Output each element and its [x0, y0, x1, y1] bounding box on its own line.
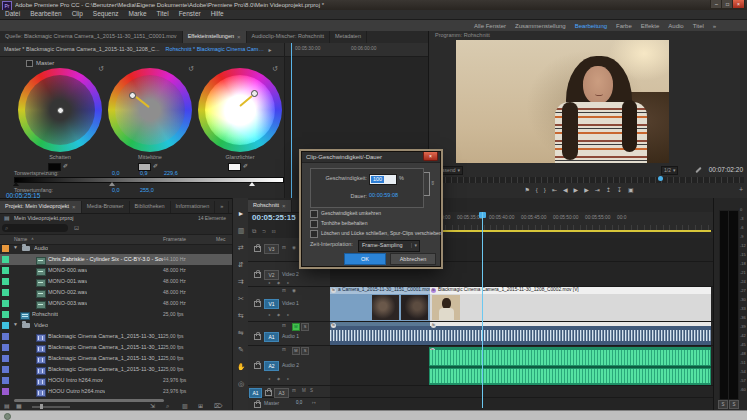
- tab-program[interactable]: Programm: Rohschnitt: [435, 33, 490, 39]
- track-target-v1[interactable]: V1: [264, 299, 279, 309]
- highlights-swatch[interactable]: [228, 163, 241, 171]
- dialog-close-button[interactable]: ×: [423, 152, 438, 161]
- item-name[interactable]: MONO-001.wav: [48, 279, 87, 285]
- slide-tool-icon[interactable]: ⇋: [233, 329, 249, 336]
- highlights-color-wheel[interactable]: [198, 68, 282, 152]
- project-row-audio[interactable]: Chris Zabriskie - Cylinder Six - CC-BY-3…: [0, 254, 232, 265]
- master-volume-value[interactable]: 0,0: [296, 401, 302, 406]
- step-forward-icon[interactable]: ▶: [584, 187, 589, 193]
- label-color-swatch[interactable]: [2, 366, 9, 373]
- label-color-swatch[interactable]: [2, 278, 9, 285]
- menu-sequenz[interactable]: Sequenz: [93, 11, 119, 18]
- lock-icon[interactable]: [254, 301, 261, 307]
- lock-icon[interactable]: [254, 272, 261, 278]
- sync-lock-icon[interactable]: ⊟: [282, 324, 286, 329]
- shadows-color-wheel[interactable]: [18, 68, 102, 152]
- go-to-out-icon[interactable]: ⇥: [595, 187, 600, 193]
- zoom-slider[interactable]: [32, 406, 70, 408]
- track-header-a1[interactable]: ⊟ M S A1 Audio 1: [248, 322, 330, 346]
- column-media[interactable]: Mec: [216, 237, 225, 242]
- item-name[interactable]: Blackmagic Cinema Camera_1_2015-11-30_12…: [48, 367, 163, 373]
- mute-button[interactable]: M: [292, 347, 300, 355]
- keyframe-nav[interactable]: ◂ ◆ ▸: [268, 281, 292, 285]
- tab-libraries[interactable]: Bibliotheken: [130, 201, 171, 213]
- menu-clip[interactable]: Clip: [72, 11, 83, 18]
- menu-marke[interactable]: Marke: [129, 11, 147, 18]
- reset-icon[interactable]: ↺: [188, 65, 194, 72]
- chevron-right-icon[interactable]: ▸: [266, 47, 272, 53]
- mute-button[interactable]: M: [302, 389, 306, 394]
- tab-project[interactable]: Projekt: Mein Videoprojekt×: [0, 201, 82, 213]
- track-header-master[interactable]: Master 0,0 ↦: [248, 398, 330, 410]
- project-row-folder[interactable]: ▼Audio: [0, 243, 232, 254]
- step-back-icon[interactable]: ◀: [563, 187, 568, 193]
- tab-source[interactable]: Quelle: Blackmagic Cinema Camera_1_2015-…: [0, 31, 183, 43]
- find-icon[interactable]: ⌕: [166, 403, 169, 409]
- play-icon[interactable]: ▶: [574, 187, 579, 193]
- track-header-a3[interactable]: A1 A3 ⊟ M S: [248, 386, 330, 398]
- button-editor-icon[interactable]: +: [739, 186, 743, 193]
- eyedropper-icon[interactable]: ✐: [243, 163, 248, 169]
- linked-selection-icon[interactable]: ⊃: [262, 228, 272, 234]
- solo-button[interactable]: S: [301, 323, 309, 331]
- item-name[interactable]: Blackmagic Cinema Camera_1_2015-11-30_12…: [48, 356, 163, 362]
- label-color-swatch[interactable]: [2, 245, 9, 252]
- solo-button[interactable]: S: [301, 347, 309, 355]
- master-clip-selector[interactable]: Master * Blackmagic Cinema Camera_1_2015…: [0, 47, 160, 53]
- label-color-swatch[interactable]: [2, 388, 9, 395]
- item-name[interactable]: Chris Zabriskie - Cylinder Six - CC-BY-3…: [48, 257, 163, 263]
- link-icon[interactable]: ∞: [430, 181, 436, 185]
- clip-video-1[interactable]: a Camera_1_2015-11-30_1151_C0001.mov [V]…: [330, 287, 430, 321]
- program-playhead[interactable]: [658, 176, 663, 181]
- clip-audio-2-selected[interactable]: fx: [430, 322, 711, 345]
- workspace-item-titel[interactable]: Titel: [693, 23, 704, 29]
- item-name[interactable]: Rohschnitt: [32, 312, 58, 318]
- automate-to-sequence-icon[interactable]: ⇲: [150, 403, 155, 409]
- speed-value[interactable]: 100: [371, 176, 384, 183]
- label-color-swatch[interactable]: [2, 333, 9, 340]
- item-name[interactable]: Blackmagic Cinema Camera_1_2015-11-30_12…: [48, 345, 163, 351]
- sync-lock-icon[interactable]: ⊟: [282, 348, 286, 353]
- track-header-v1[interactable]: ⊟ ◉ V1 Video 1 ◂ ◆ ▸: [248, 287, 330, 322]
- workspace-item-zusammenstellung[interactable]: Zusammenstellung: [515, 23, 566, 29]
- tonal-value[interactable]: 0,0: [112, 188, 120, 194]
- razor-tool-icon[interactable]: ✂: [233, 295, 249, 302]
- close-button[interactable]: ×: [732, 0, 745, 9]
- slider-handle-black[interactable]: [13, 182, 19, 186]
- label-color-swatch[interactable]: [2, 377, 9, 384]
- dialog-title[interactable]: Clip-Geschwindigkeit/-Dauer: [302, 152, 440, 163]
- track-target-v2[interactable]: V2: [264, 270, 279, 280]
- project-row-video[interactable]: Blackmagic Cinema Camera_1_2015-11-30_12…: [0, 364, 232, 375]
- tonal-value[interactable]: 229,6: [164, 171, 178, 177]
- workspace-item-audio[interactable]: Audio: [668, 23, 683, 29]
- toggle-output-icon[interactable]: ◉: [292, 289, 296, 294]
- master-effect-checkbox[interactable]: [26, 60, 33, 67]
- tab-sequence-rohschnitt[interactable]: Rohschnitt×: [248, 200, 292, 212]
- disclosure-icon[interactable]: ▼: [13, 322, 18, 327]
- project-row-audio[interactable]: MONO-003.wav48.000 Hz: [0, 298, 232, 309]
- selection-tool-icon[interactable]: ►: [233, 210, 249, 217]
- checkbox[interactable]: [310, 210, 318, 218]
- item-name[interactable]: MONO-002.wav: [48, 290, 87, 296]
- lock-icon[interactable]: [254, 246, 261, 252]
- source-patch-a1[interactable]: A1: [249, 388, 262, 398]
- eyedropper-icon[interactable]: ✐: [153, 163, 158, 169]
- tonal-value[interactable]: 0,9: [140, 171, 148, 177]
- new-bin-icon[interactable]: ▥: [182, 403, 188, 409]
- project-row-video[interactable]: HOOU Intro h264.mov23,976 fps: [0, 375, 232, 386]
- lift-icon[interactable]: ↥: [606, 187, 611, 193]
- label-color-swatch[interactable]: [2, 322, 9, 329]
- sync-lock-icon[interactable]: ⊟: [282, 289, 286, 294]
- go-to-in-icon[interactable]: ⇤: [552, 187, 557, 193]
- disclosure-icon[interactable]: ▼: [13, 245, 18, 250]
- wrench-icon[interactable]: [695, 167, 701, 173]
- track-v1-content[interactable]: a Camera_1_2015-11-30_1151_C0001.mov [V]…: [330, 287, 713, 322]
- tab-audio-clip-mixer[interactable]: Audioclip-Mischer: Rohschnitt: [247, 31, 330, 43]
- tab-media-browser[interactable]: Media-Browser: [82, 201, 130, 213]
- ec-playhead[interactable]: [291, 43, 292, 198]
- project-row-audio[interactable]: MONO-001.wav48.000 Hz: [0, 276, 232, 287]
- item-name[interactable]: MONO-000.wav: [48, 268, 87, 274]
- project-row-video[interactable]: Blackmagic Cinema Camera_1_2015-11-30_11…: [0, 331, 232, 342]
- tab-overflow[interactable]: »: [215, 201, 229, 213]
- lock-icon[interactable]: [254, 402, 261, 408]
